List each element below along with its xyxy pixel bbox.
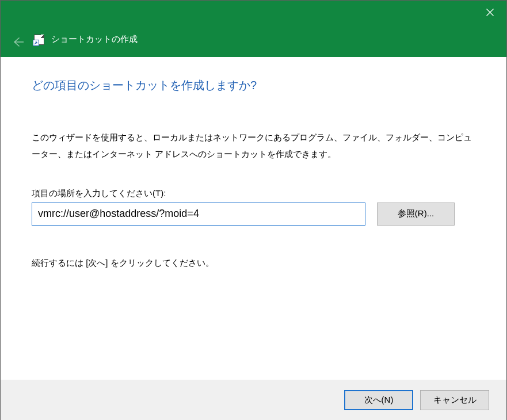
shortcut-icon bbox=[34, 35, 44, 45]
titlebar: ショートカットの作成 bbox=[1, 1, 506, 57]
continue-hint: 続行するには [次へ] をクリックしてください。 bbox=[32, 258, 475, 269]
location-input[interactable] bbox=[32, 203, 365, 226]
dialog-footer: 次へ(N) キャンセル bbox=[1, 380, 506, 420]
location-label: 項目の場所を入力してください(T): bbox=[32, 188, 475, 199]
wizard-content: どの項目のショートカットを作成しますか? このウィザードを使用すると、ローカルま… bbox=[1, 57, 506, 269]
next-button[interactable]: 次へ(N) bbox=[344, 390, 413, 410]
close-icon bbox=[486, 9, 494, 16]
close-button[interactable] bbox=[473, 1, 506, 24]
back-arrow-icon bbox=[12, 36, 24, 48]
title-row: ショートカットの作成 bbox=[34, 34, 138, 45]
back-button bbox=[10, 34, 26, 50]
location-input-row: 参照(R)... bbox=[32, 203, 475, 226]
browse-button[interactable]: 参照(R)... bbox=[377, 203, 455, 226]
window-title: ショートカットの作成 bbox=[51, 34, 138, 45]
page-description: このウィザードを使用すると、ローカルまたはネットワークにあるプログラム、ファイル… bbox=[32, 129, 475, 163]
cancel-button[interactable]: キャンセル bbox=[420, 390, 489, 410]
page-heading: どの項目のショートカットを作成しますか? bbox=[32, 78, 475, 93]
